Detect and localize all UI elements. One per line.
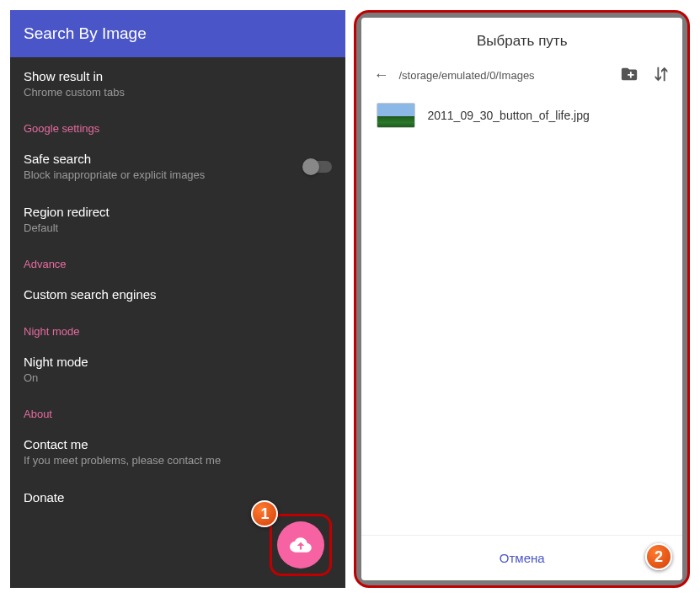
fab-highlight (270, 514, 332, 576)
item-region-redirect[interactable]: Region redirect Default (10, 193, 345, 246)
item-title: Show result in (24, 69, 332, 83)
settings-list[interactable]: Show result in Chrome custom tabs Google… (10, 57, 345, 588)
dialog-title: Выбрать путь (361, 18, 682, 58)
item-subtitle: Block inappropriate or explicit images (24, 168, 301, 181)
item-donate[interactable]: Donate (10, 478, 345, 516)
back-arrow-icon[interactable]: ← (373, 67, 388, 84)
header-night: Night mode (10, 313, 345, 343)
item-custom-engines[interactable]: Custom search engines (10, 275, 345, 313)
cancel-button[interactable]: Отмена (361, 535, 682, 580)
item-subtitle: On (24, 371, 332, 384)
upload-fab[interactable] (277, 521, 324, 569)
sort-icon (652, 65, 671, 83)
new-folder-button[interactable] (620, 65, 639, 86)
file-item[interactable]: 2011_09_30_button_of_life.jpg (361, 93, 682, 138)
current-path: /storage/emulated/0/Images (398, 69, 610, 82)
item-title: Contact me (24, 437, 332, 451)
folder-plus-icon (620, 65, 639, 83)
settings-screen: Search By Image Show result in Chrome cu… (10, 10, 345, 588)
item-title: Night mode (24, 355, 332, 369)
item-subtitle: If you meet problems, please contact me (24, 454, 332, 467)
file-name: 2011_09_30_button_of_life.jpg (427, 109, 589, 122)
item-title: Safe search (24, 152, 301, 166)
item-title: Donate (24, 490, 332, 505)
header-about: About (10, 396, 345, 425)
item-title: Region redirect (24, 205, 332, 219)
path-row: ← /storage/emulated/0/Images (361, 58, 682, 93)
file-list[interactable]: 2011_09_30_button_of_life.jpg (361, 93, 682, 535)
image-thumbnail (377, 103, 415, 128)
item-contact[interactable]: Contact me If you meet problems, please … (10, 425, 345, 478)
item-subtitle: Default (24, 222, 332, 234)
file-picker-screen: Выбрать путь ← /storage/emulated/0/Image… (354, 10, 690, 588)
header-advance: Advance (10, 246, 345, 275)
safe-search-switch[interactable] (303, 161, 332, 173)
file-picker-dialog: Выбрать путь ← /storage/emulated/0/Image… (361, 18, 682, 580)
item-night-mode[interactable]: Night mode On (10, 343, 345, 396)
sort-button[interactable] (652, 65, 671, 86)
item-subtitle: Chrome custom tabs (24, 86, 332, 99)
header-google: Google settings (10, 110, 345, 140)
app-title: Search By Image (24, 24, 147, 42)
item-safe-search[interactable]: Safe search Block inappropriate or expli… (10, 140, 345, 193)
appbar: Search By Image (10, 10, 345, 57)
cloud-upload-icon (290, 534, 312, 556)
item-show-result[interactable]: Show result in Chrome custom tabs (10, 57, 345, 110)
item-title: Custom search engines (24, 287, 332, 302)
callout-badge-2: 2 (645, 543, 672, 570)
